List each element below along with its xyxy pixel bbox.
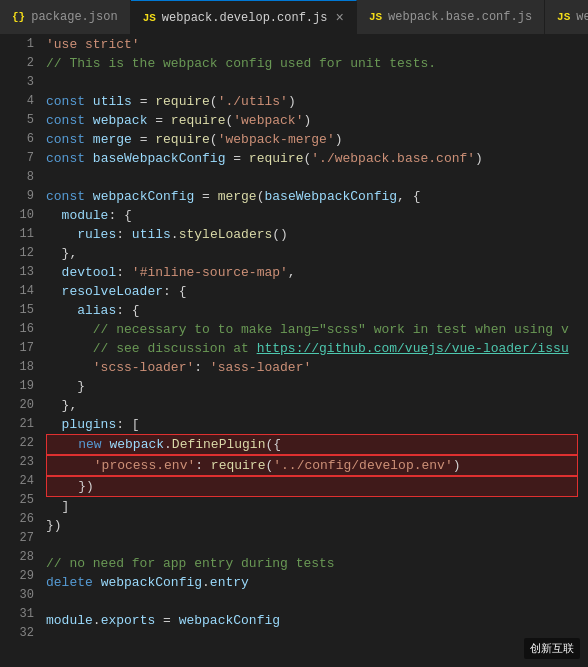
token-plain: . xyxy=(93,613,101,628)
line-number: 21 xyxy=(0,415,34,434)
token-plain: = xyxy=(147,113,170,128)
code-line: new webpack.DefinePlugin({ xyxy=(46,434,578,455)
line-number: 10 xyxy=(0,206,34,225)
token-plain: = xyxy=(132,132,155,147)
token-variable: webpack xyxy=(93,113,148,128)
tab-label: package.json xyxy=(31,10,117,24)
code-line: const webpack = require('webpack') xyxy=(46,111,588,130)
tab-webpack-develop[interactable]: JSwebpack.develop.conf.js× xyxy=(131,0,357,34)
code-line: alias: { xyxy=(46,301,588,320)
token-variable: utils xyxy=(132,227,171,242)
token-plain: = xyxy=(132,94,155,109)
token-plain xyxy=(46,265,62,280)
code-line: // no need for app entry during tests xyxy=(46,554,588,573)
code-line: // see discussion at https://github.com/… xyxy=(46,339,588,358)
code-line: module.exports = webpackConfig xyxy=(46,611,588,630)
code-line: 'scss-loader': 'sass-loader' xyxy=(46,358,588,377)
line-number: 1 xyxy=(0,35,34,54)
code-line: }, xyxy=(46,244,588,263)
token-plain xyxy=(85,94,93,109)
tab-webpack-base[interactable]: JSwebpack.base.conf.js xyxy=(357,0,545,34)
token-plain: ) xyxy=(288,94,296,109)
token-plain: : { xyxy=(163,284,186,299)
token-plain: , { xyxy=(397,189,420,204)
code-line xyxy=(46,168,588,187)
code-link[interactable]: https://github.com/vuejs/vue-loader/issu xyxy=(257,341,569,356)
token-plain xyxy=(85,151,93,166)
token-keyword: delete xyxy=(46,575,93,590)
token-plain xyxy=(85,132,93,147)
token-function: merge xyxy=(218,189,257,204)
token-string: '#inline-source-map' xyxy=(132,265,288,280)
code-line: const webpackConfig = merge(baseWebpackC… xyxy=(46,187,588,206)
token-keyword: const xyxy=(46,132,85,147)
token-string: 'process.env' xyxy=(94,458,195,473)
tab-label: webp... xyxy=(576,10,588,24)
token-variable: webpackConfig xyxy=(179,613,280,628)
token-plain: , xyxy=(288,265,296,280)
token-plain xyxy=(46,417,62,432)
token-function: DefinePlugin xyxy=(172,437,266,452)
code-line: // necessary to to make lang="scss" work… xyxy=(46,320,588,339)
line-number: 3 xyxy=(0,73,34,92)
token-plain xyxy=(46,227,77,242)
token-plain: = xyxy=(225,151,248,166)
code-area: 1234567891011121314151617181920212223242… xyxy=(0,35,588,667)
token-plain xyxy=(85,189,93,204)
token-string: 'scss-loader' xyxy=(93,360,194,375)
line-number: 28 xyxy=(0,548,34,567)
token-plain: : { xyxy=(108,208,131,223)
line-number: 7 xyxy=(0,149,34,168)
token-variable: webpackConfig xyxy=(93,189,194,204)
token-keyword: const xyxy=(46,151,85,166)
token-plain: . xyxy=(171,227,179,242)
tab-icon-js: JS xyxy=(557,11,570,23)
line-number: 17 xyxy=(0,339,34,358)
token-plain: }, xyxy=(46,398,77,413)
token-property: devtool xyxy=(62,265,117,280)
code-line: } xyxy=(46,377,588,396)
watermark-badge: 创新互联 xyxy=(524,638,580,659)
code-line: 'process.env': require('../config/develo… xyxy=(46,455,578,476)
token-function: require xyxy=(211,458,266,473)
token-keyword: new xyxy=(78,437,101,452)
token-function: require xyxy=(171,113,226,128)
token-keyword: const xyxy=(46,113,85,128)
tab-webpack-tab4[interactable]: JSwebp... xyxy=(545,0,588,34)
token-variable: baseWebpackConfig xyxy=(264,189,397,204)
token-function: styleLoaders xyxy=(179,227,273,242)
line-number: 31 xyxy=(0,605,34,624)
code-line: delete webpackConfig.entry xyxy=(46,573,588,592)
tab-label: webpack.base.conf.js xyxy=(388,10,532,24)
code-line xyxy=(46,592,588,611)
code-line: }) xyxy=(46,516,588,535)
line-number: 19 xyxy=(0,377,34,396)
code-line: }, xyxy=(46,396,588,415)
tab-package-json[interactable]: {}package.json xyxy=(0,0,131,34)
code-line: rules: utils.styleLoaders() xyxy=(46,225,588,244)
token-property: resolveLoader xyxy=(62,284,163,299)
code-line: const utils = require('./utils') xyxy=(46,92,588,111)
line-number: 24 xyxy=(0,472,34,491)
code-line: resolveLoader: { xyxy=(46,282,588,301)
code-line: module: { xyxy=(46,206,588,225)
token-string: '../config/develop.env' xyxy=(273,458,452,473)
code-line: const baseWebpackConfig = require('./web… xyxy=(46,149,588,168)
code-line: ] xyxy=(46,497,588,516)
token-keyword: const xyxy=(46,189,85,204)
code-line xyxy=(46,630,588,649)
token-plain: : { xyxy=(116,303,139,318)
tab-close-button[interactable]: × xyxy=(335,10,343,26)
code-line xyxy=(46,535,588,554)
code-line: const merge = require('webpack-merge') xyxy=(46,130,588,149)
token-string: 'webpack-merge' xyxy=(218,132,335,147)
token-function: require xyxy=(155,132,210,147)
token-plain: ) xyxy=(335,132,343,147)
line-number: 26 xyxy=(0,510,34,529)
token-string: 'webpack' xyxy=(233,113,303,128)
token-variable: merge xyxy=(93,132,132,147)
line-number: 25 xyxy=(0,491,34,510)
token-string: './utils' xyxy=(218,94,288,109)
token-property: plugins xyxy=(62,417,117,432)
token-comment: // This is the webpack config used for u… xyxy=(46,56,436,71)
